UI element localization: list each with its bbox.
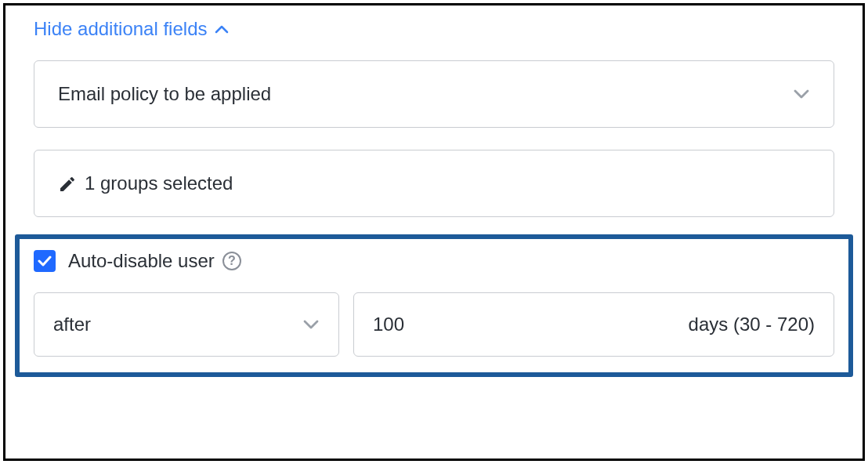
auto-disable-timing-select[interactable]: after [34, 292, 339, 357]
email-policy-placeholder: Email policy to be applied [58, 83, 271, 105]
auto-disable-section: Auto-disable user ? after 100 days (30 -… [15, 234, 853, 377]
pencil-icon [58, 175, 75, 192]
chevron-up-icon [215, 25, 229, 34]
groups-selected-box[interactable]: 1 groups selected [34, 150, 834, 217]
auto-disable-days-input[interactable]: 100 days (30 - 720) [353, 292, 834, 357]
timing-value: after [53, 314, 91, 335]
auto-disable-label: Auto-disable user [68, 250, 215, 272]
help-icon[interactable]: ? [222, 252, 241, 270]
chevron-down-icon [302, 319, 320, 330]
groups-text: 1 groups selected [85, 172, 233, 194]
hide-additional-fields-toggle[interactable]: Hide additional fields [34, 18, 229, 40]
toggle-label: Hide additional fields [34, 18, 207, 40]
days-suffix: days (30 - 720) [689, 314, 815, 335]
auto-disable-checkbox[interactable] [34, 250, 56, 272]
email-policy-select[interactable]: Email policy to be applied [34, 60, 834, 128]
days-value: 100 [373, 314, 404, 335]
chevron-down-icon [793, 89, 810, 100]
